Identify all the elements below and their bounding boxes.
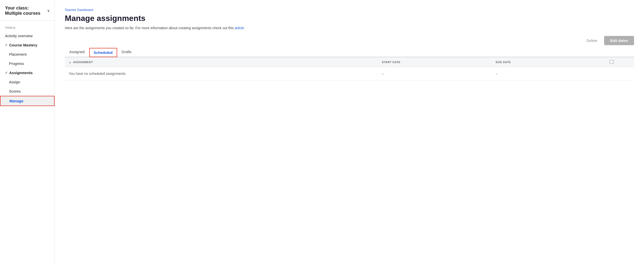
cell-assignment: You have no scheduled assignments — [65, 67, 378, 80]
sort-arrow-icon: ▲ — [69, 61, 72, 64]
page-title: Manage assignments — [65, 14, 634, 23]
table-body: You have no scheduled assignments – – — [65, 67, 634, 80]
delete-button[interactable]: Delete — [584, 37, 600, 45]
th-start-date: START DATE — [378, 57, 492, 67]
assignments-table: ▲ ASSIGNMENT START DATE DUE DATE You hav… — [65, 57, 634, 80]
description-prefix: Here are the assignments you created so … — [65, 26, 235, 30]
sidebar-header: Your class: Multiple courses ∨ — [0, 0, 54, 21]
sidebar-item-label: Progress — [9, 61, 24, 66]
tab-label: Scheduled — [94, 50, 113, 55]
sidebar-item-progress[interactable]: Progress — [0, 59, 54, 68]
sidebar-item-label: Activity overview — [5, 34, 33, 38]
article-link[interactable]: article — [235, 26, 244, 30]
sidebar-item-assign[interactable]: Assign — [0, 77, 54, 87]
sidebar-item-label: Placement — [9, 52, 27, 56]
arrow-icon: ✓ — [5, 43, 8, 47]
table-header: ▲ ASSIGNMENT START DATE DUE DATE — [65, 57, 634, 67]
chevron-down-icon: ∨ — [47, 9, 50, 13]
sidebar-item-assignments[interactable]: ✓ Assignments — [0, 68, 54, 77]
sidebar-item-label: Manage — [10, 99, 24, 103]
th-assignment: ▲ ASSIGNMENT — [65, 57, 378, 67]
sidebar-item-label: Scores — [9, 89, 21, 93]
breadcrumb[interactable]: Teacher Dashboard — [65, 8, 634, 12]
sidebar-item-label: Course Mastery — [9, 43, 38, 47]
th-assignment-label: ASSIGNMENT — [73, 61, 93, 64]
main-content: Teacher Dashboard Manage assignments Her… — [55, 0, 644, 264]
cell-checkbox — [606, 67, 634, 80]
sidebar-item-course-mastery[interactable]: ✓ Course Mastery — [0, 41, 54, 50]
sidebar-item-manage[interactable]: Manage — [0, 96, 54, 106]
th-select-all — [606, 57, 634, 67]
tab-label: Drafts — [122, 50, 132, 54]
toolbar-row: Delete Edit dates — [65, 36, 634, 45]
cell-due-date: – — [492, 67, 606, 80]
tab-assigned[interactable]: Assigned — [65, 47, 89, 57]
class-title-text: Your class: Multiple courses — [5, 6, 46, 16]
sidebar-item-label: Assignments — [9, 71, 33, 75]
tools-section-label: TOOLS — [0, 21, 54, 31]
select-all-checkbox[interactable] — [610, 60, 614, 64]
th-due-date: DUE DATE — [492, 57, 606, 67]
sidebar-item-scores[interactable]: Scores — [0, 87, 54, 96]
tab-label: Assigned — [69, 50, 85, 54]
th-start-date-label: START DATE — [382, 61, 400, 64]
th-due-date-label: DUE DATE — [496, 61, 511, 64]
cell-start-date: – — [378, 67, 492, 80]
sidebar-item-activity-overview[interactable]: Activity overview — [0, 31, 54, 41]
description-suffix: . — [244, 26, 245, 30]
tab-scheduled[interactable]: Scheduled — [89, 48, 117, 57]
tabs-row: Assigned Scheduled Drafts — [65, 47, 634, 57]
tab-drafts[interactable]: Drafts — [117, 47, 136, 57]
sidebar-item-placement[interactable]: Placement — [0, 50, 54, 59]
sidebar: Your class: Multiple courses ∨ TOOLS Act… — [0, 0, 55, 264]
class-title[interactable]: Your class: Multiple courses ∨ — [5, 6, 50, 16]
table-row: You have no scheduled assignments – – — [65, 67, 634, 80]
arrow-icon: ✓ — [5, 71, 8, 75]
edit-dates-button[interactable]: Edit dates — [604, 36, 634, 45]
page-description: Here are the assignments you created so … — [65, 26, 634, 30]
sidebar-item-label: Assign — [9, 80, 20, 84]
